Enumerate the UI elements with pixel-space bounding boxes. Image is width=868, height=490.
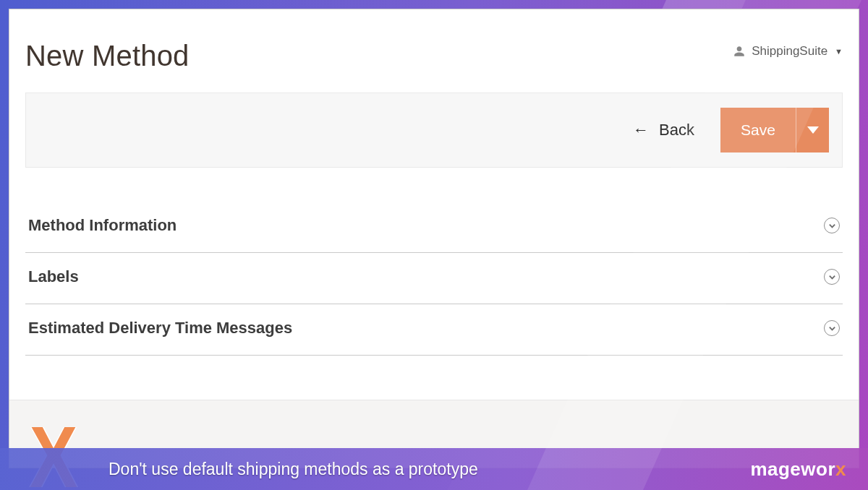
- arrow-left-icon: ←: [633, 122, 649, 138]
- brand-suffix: x: [835, 458, 846, 480]
- user-name: ShippingSuite: [752, 44, 827, 59]
- frame-border: New Method ShippingSuite ▼ ← Back Save M…: [0, 0, 868, 490]
- back-label: Back: [659, 121, 694, 139]
- triangle-down-icon: [807, 126, 819, 134]
- action-bar: ← Back Save: [25, 93, 843, 168]
- bottom-banner: Don't use default shipping methods as a …: [0, 448, 868, 490]
- section-method-information[interactable]: Method Information: [25, 215, 843, 253]
- section-labels[interactable]: Labels: [25, 253, 843, 304]
- sections-list: Method Information Labels Estimated Deli…: [25, 215, 843, 356]
- section-title: Estimated Delivery Time Messages: [28, 319, 292, 338]
- user-menu[interactable]: ShippingSuite ▼: [733, 40, 843, 59]
- brand-prefix: magewor: [750, 458, 835, 480]
- brand-logo: mageworx: [750, 458, 846, 481]
- banner-message: Don't use default shipping methods as a …: [109, 460, 478, 479]
- caret-down-icon: ▼: [835, 47, 843, 56]
- save-dropdown-toggle[interactable]: [796, 108, 829, 152]
- section-title: Method Information: [28, 216, 176, 235]
- user-icon: [733, 45, 746, 58]
- back-button[interactable]: ← Back: [633, 121, 694, 139]
- save-button-group: Save: [720, 108, 829, 152]
- chevron-down-icon: [824, 320, 840, 336]
- chevron-down-icon: [824, 218, 840, 233]
- save-button[interactable]: Save: [720, 108, 796, 152]
- admin-panel: New Method ShippingSuite ▼ ← Back Save M…: [9, 9, 859, 468]
- section-estimated-delivery[interactable]: Estimated Delivery Time Messages: [25, 304, 843, 356]
- page-title: New Method: [25, 40, 190, 72]
- header: New Method ShippingSuite ▼: [25, 9, 843, 72]
- section-title: Labels: [28, 267, 79, 286]
- chevron-down-icon: [824, 269, 840, 285]
